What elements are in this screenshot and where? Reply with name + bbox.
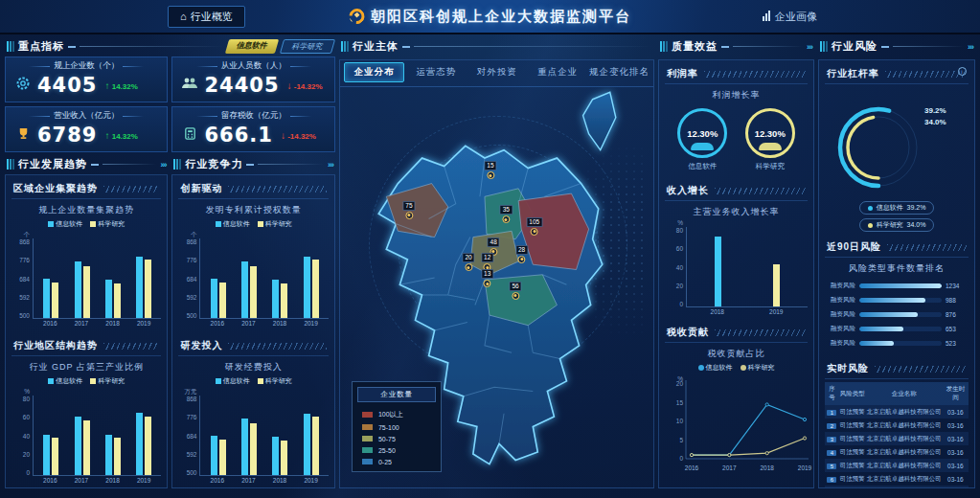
subsection-header: 区域企业集聚趋势: [11, 179, 161, 199]
map-marker[interactable]: 75: [402, 201, 415, 219]
risk-table-row[interactable]: 3司法预警北京启航卓越科技有限公司03-16: [825, 432, 969, 445]
map-marker[interactable]: 56: [509, 282, 521, 300]
subsection-header: 行业地区结构趋势: [11, 336, 161, 356]
nav-industry-overview-label: 行业概览: [191, 10, 233, 24]
risk-table-row[interactable]: 4司法预警北京启航卓越科技有限公司03-16: [825, 445, 969, 459]
hatch-decoration: [228, 186, 326, 192]
stat-card: 留存税收（亿元） 666.1 ↓ -14.32%: [171, 106, 334, 152]
competitiveness-header: 行业竞争力 ›››: [171, 155, 334, 174]
more-icon[interactable]: ›››: [968, 42, 973, 52]
map-marker[interactable]: 20: [462, 253, 474, 271]
dash-decoration: [721, 46, 729, 48]
more-icon[interactable]: ›››: [807, 42, 812, 52]
marker-value: 28: [515, 245, 528, 255]
hatch-decoration: [704, 71, 806, 78]
stat-value: 6789: [37, 124, 97, 147]
info-icon[interactable]: i: [958, 67, 967, 76]
platform-logo: [346, 6, 368, 28]
subsection-header: 利润率: [665, 64, 808, 84]
section-title: 重点指标: [18, 39, 64, 54]
risk-rank-row: 融资风险988: [827, 296, 967, 305]
stat-delta: ↓ -14.32%: [281, 130, 316, 141]
chart-title: 研发经费投入: [178, 356, 328, 374]
hatch-decoration: [228, 343, 326, 350]
marker-value: 13: [481, 269, 493, 279]
chart-legend: 信息软件科学研究: [178, 374, 328, 388]
more-icon[interactable]: ›››: [328, 160, 333, 170]
marker-value: 75: [402, 201, 415, 211]
tab-2[interactable]: 对外投资: [467, 63, 527, 81]
risk-table-row[interactable]: 2司法预警北京启航卓越科技有限公司03-16: [825, 419, 969, 432]
filter-pill[interactable]: 科学研究: [280, 39, 335, 54]
chart-title: 风险类型事件数量排名: [825, 258, 969, 276]
more-icon[interactable]: ›››: [160, 160, 166, 170]
hatch-decoration: [103, 186, 159, 192]
pin-icon: [465, 263, 472, 271]
section-title: 行业主体: [353, 39, 399, 54]
people-icon: [181, 77, 198, 94]
marker-value: 35: [500, 205, 513, 215]
section-bars-icon: [7, 159, 14, 170]
tab-0[interactable]: 企业分布: [344, 62, 405, 82]
quality-column: 质量效益 ››› 利润率 利润增长率 12.30% 信息软件 12.30% 科学…: [658, 37, 814, 488]
tab-1[interactable]: 运营态势: [406, 63, 466, 81]
gdp-ratio-chart: 信息软件科学研究%8060402002016201720182019: [11, 374, 161, 484]
legend-item: 100以上: [353, 407, 441, 421]
section-bars-icon: [173, 159, 181, 170]
svg-text:10: 10: [676, 418, 684, 424]
hatch-decoration: [715, 329, 806, 336]
risk-table-row[interactable]: 7司法预警北京启航卓越科技有限公司03-16: [825, 486, 969, 488]
stat-value: 666.1: [204, 124, 272, 147]
section-title: 行业发展趋势: [18, 157, 87, 171]
gauge-value: 12.30%: [687, 128, 718, 139]
section-bars-icon: [7, 41, 14, 52]
legend-chip: 科学研究 34.0%: [859, 218, 935, 232]
svg-text:2019: 2019: [798, 464, 812, 471]
dash-decoration: [68, 46, 76, 48]
stat-card: 规上企业数（个） 4405 ↑ 14.32%: [5, 57, 168, 102]
nav-industry-overview[interactable]: ⌂ 行业概览: [168, 6, 245, 28]
industry-main-header: 行业主体: [339, 37, 654, 57]
risk-rank-chart: 融资风险1234融资风险988融资风险876融资风险653融资风险523: [825, 276, 969, 353]
stat-delta: ↓ -14.32%: [287, 80, 323, 91]
risk-table-row[interactable]: 1司法预警北京启航卓越科技有限公司03-16: [825, 405, 969, 419]
marker-value: 15: [484, 161, 496, 170]
chart-legend: 信息软件科学研究: [665, 361, 808, 374]
line-decoration: [733, 46, 803, 47]
map-marker[interactable]: 28: [515, 245, 528, 263]
stat-value: 4405: [37, 74, 97, 97]
nav-enterprise-portrait[interactable]: 企业画像: [753, 7, 827, 27]
map-marker[interactable]: 105: [526, 217, 542, 236]
realtime-risk-table: 序号风险类型企业名称发生时间1司法预警北京启航卓越科技有限公司03-162司法预…: [825, 379, 969, 488]
pin-icon: [531, 228, 538, 236]
stat-card-label: 规上企业数（个）: [11, 60, 162, 72]
marker-value: 12: [481, 253, 493, 262]
profit-gauges: 12.30% 信息软件 12.30% 科学研究: [665, 102, 808, 173]
subsection-header: 实时风险: [825, 359, 969, 379]
page-title: 朝阳区科创规上企业大数据监测平台: [371, 8, 631, 26]
district-map-area: 157535105482820121356 企业数量 100以上75-10050…: [340, 87, 653, 487]
dash-decoration: [91, 164, 99, 166]
stat-card-label: 留存税收（亿元）: [177, 110, 329, 122]
line-decoration: [893, 46, 964, 47]
filter-pill[interactable]: 信息软件: [225, 39, 279, 54]
stat-delta: ↑ 14.32%: [104, 80, 137, 91]
dev-trend-column: 行业发展趋势 ››› 区域企业集聚趋势 规上企业数量集聚趋势 信息软件科学研究个…: [5, 155, 168, 488]
chart-legend: 信息软件科学研究: [178, 217, 328, 231]
risk-table-row[interactable]: 6司法预警北京启航卓越科技有限公司03-16: [825, 472, 969, 486]
tab-3[interactable]: 重点企业: [529, 63, 588, 81]
competitiveness-column: 行业竞争力 ››› 创新驱动 发明专利累计授权数量 信息软件科学研究个86877…: [171, 155, 334, 488]
marker-value: 105: [526, 217, 542, 227]
gauge-ring: 12.30%: [677, 108, 727, 158]
dash-decoration: [246, 164, 254, 166]
stat-card: 从业人员数（人） 24405 ↓ -14.32%: [171, 57, 334, 102]
map-marker[interactable]: 35: [500, 205, 513, 223]
map-marker[interactable]: 13: [481, 269, 493, 287]
chart-title: 税收贡献占比: [665, 343, 808, 361]
map-marker[interactable]: 15: [484, 161, 496, 179]
tax-ratio-chart: 信息软件科学研究%051015202016201720182019: [665, 361, 808, 474]
map-legend-title: 企业数量: [357, 387, 436, 402]
risk-table-row[interactable]: 5司法预警北京启航卓越科技有限公司03-16: [825, 459, 969, 472]
tab-4[interactable]: 规企变化排名: [589, 63, 650, 81]
subsection-header: 近90日风险: [825, 238, 969, 258]
